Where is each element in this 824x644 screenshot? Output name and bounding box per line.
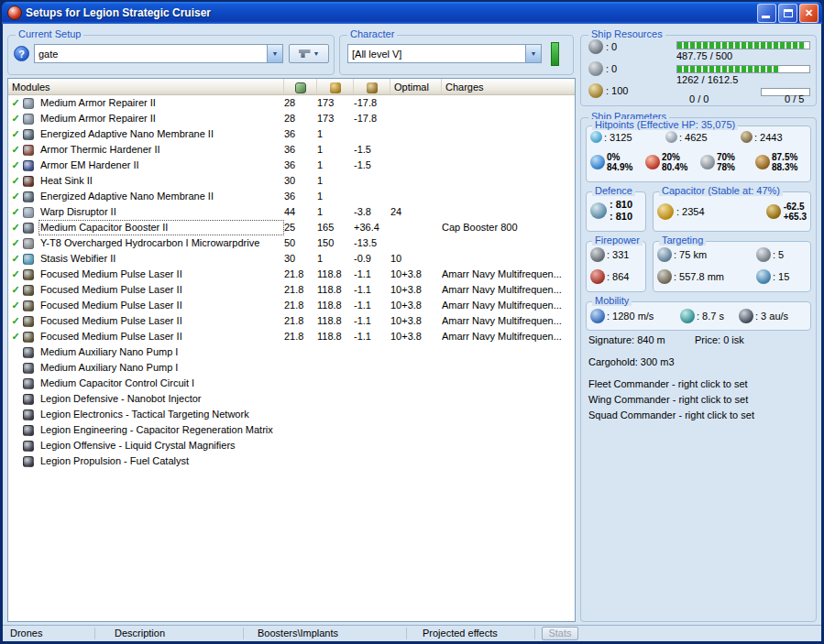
module-name: Medium Auxiliary Nano Pump I [38,344,284,360]
module-cap-value: -1.5 [354,158,390,173]
powergrid-column-header[interactable] [317,79,354,94]
cpu-column-icon [295,82,306,93]
module-cap-value: -13.5 [354,235,390,251]
setup-tools-button[interactable]: ▼ [289,44,329,63]
charges-column-header[interactable]: Charges [442,79,575,94]
module-optimal-value: 10+3.8 [390,329,442,344]
module-optimal-value: 10+3.8 [390,298,442,313]
module-optimal-value: 10+3.8 [390,282,442,298]
thermal-shield-resist: 20% [662,152,687,162]
app-icon [7,5,22,20]
optimal-column-header[interactable]: Optimal [390,79,442,94]
module-row[interactable]: ✓ Medium Capacitor Booster II 25 165 +36… [8,220,575,235]
module-row[interactable]: Legion Offensive - Liquid Crystal Magnif… [8,438,575,453]
module-row[interactable]: ✓ Focused Medium Pulse Laser II 21.8 118… [8,267,575,282]
module-name: Legion Engineering - Capacitor Regenerat… [38,422,284,438]
help-button[interactable]: ? [14,46,29,61]
current-setup-group: Current Setup ? gate ▼ ▼ [7,35,335,75]
ship-resources-label: Ship Resources [588,28,665,39]
module-name: Focused Medium Pulse Laser II [38,298,284,313]
modules-column-header[interactable]: Modules [8,79,284,94]
module-charge-value: Amarr Navy Multifrequen... [442,313,575,329]
sensor-strength-icon [756,269,771,284]
fitted-check-icon: ✓ [8,220,23,235]
tab-boosters-implants[interactable]: Boosters\Implants [258,628,338,639]
module-row[interactable]: ✓ Y-T8 Overcharged Hydrocarbon I Microwa… [8,235,575,251]
firepower-box: Firepower : 331 : 864 [586,241,646,292]
module-row[interactable]: ✓ Focused Medium Pulse Laser II 21.8 118… [8,313,575,329]
module-row[interactable]: ✓ Focused Medium Pulse Laser II 21.8 118… [8,282,575,298]
module-row[interactable]: ✓ Armor EM Hardener II 36 1 -1.5 [8,158,575,173]
armor-hp-icon [665,131,677,143]
minimize-icon [762,16,770,18]
tab-projected-effects[interactable]: Projected effects [423,628,498,639]
capacitor-column-header[interactable] [354,79,390,94]
module-icon [23,129,34,140]
module-row[interactable]: ✓ Armor Thermic Hardener II 36 1 -1.5 [8,142,575,158]
tab-description[interactable]: Description [115,628,165,639]
module-row[interactable]: Medium Auxiliary Nano Pump I [8,360,575,376]
module-name: Legion Propulsion - Fuel Catalyst [38,453,284,469]
shield-hp-icon [590,131,602,143]
minimize-button[interactable] [757,4,776,23]
character-select[interactable]: [All level V] ▼ [347,44,542,63]
kinetic-armor-resist: 78% [717,162,735,172]
module-row[interactable]: ✓ Warp Disruptor II 44 1 -3.8 24 [8,204,575,220]
squad-commander-text[interactable]: Squad Commander - right click to set [588,409,754,420]
tab-drones[interactable]: Drones [10,628,42,639]
module-optimal-value: 10 [390,251,442,267]
fitted-check-icon: ✓ [8,204,23,220]
module-cpu-value: 36 [284,189,317,204]
module-icon [23,176,34,187]
module-row[interactable]: Legion Electronics - Tactical Targeting … [8,407,575,422]
fitted-check-icon: ✓ [8,142,23,158]
module-row[interactable]: ✓ Focused Medium Pulse Laser II 21.8 118… [8,329,575,344]
cpu-column-header[interactable] [284,79,317,94]
module-row[interactable]: ✓ Heat Sink II 30 1 [8,173,575,189]
structure-hp-icon [741,131,753,143]
module-row[interactable]: ✓ Energized Adaptive Nano Membrane II 36… [8,126,575,142]
stats-button[interactable]: Stats [542,627,578,640]
module-name: Heat Sink II [38,173,284,189]
module-powergrid-value: 118.8 [317,298,354,313]
cpu-bar [676,41,810,49]
em-shield-resist: 0% [607,152,632,162]
max-velocity-icon [590,309,605,323]
fitted-check-icon: ✓ [8,158,23,173]
current-setup-label: Current Setup [16,28,83,39]
powergrid-bar [676,65,810,73]
module-cap-value: -1.1 [354,298,390,313]
module-row[interactable]: ✓ Energized Adaptive Nano Membrane II 36… [8,189,575,204]
module-cap-value: +36.4 [354,220,390,235]
module-charge-value: Amarr Navy Multifrequen... [442,282,575,298]
titlebar[interactable]: Setups for Legion Strategic Cruiser ✕ [2,2,822,24]
module-row[interactable]: Medium Auxiliary Nano Pump I [8,344,575,360]
module-icon [23,160,34,171]
fitted-check-icon: ✓ [8,95,23,111]
launcher-hardpoints-value: : 0 [606,63,617,74]
module-row[interactable]: Legion Defensive - Nanobot Injector [8,391,575,407]
module-name: Focused Medium Pulse Laser II [38,267,284,282]
maximize-button[interactable] [778,4,797,23]
module-row[interactable]: ✓ Stasis Webifier II 30 1 -0.9 10 [8,251,575,267]
module-row[interactable]: Medium Capacitor Control Circuit I [8,376,575,391]
module-row[interactable]: Legion Engineering - Capacitor Regenerat… [8,422,575,438]
module-row[interactable]: Legion Propulsion - Fuel Catalyst [8,453,575,469]
module-row[interactable]: ✓ Medium Armor Repairer II 28 173 -17.8 [8,95,575,111]
close-button[interactable]: ✕ [799,4,819,23]
character-select-value: [All level V] [348,49,525,60]
module-row[interactable]: ✓ Medium Armor Repairer II 28 173 -17.8 [8,111,575,126]
wing-commander-text[interactable]: Wing Commander - right click to set [588,394,748,405]
defence-label: Defence [592,185,635,196]
character-dropdown-arrow-icon[interactable]: ▼ [525,45,541,62]
module-row[interactable]: ✓ Focused Medium Pulse Laser II 21.8 118… [8,298,575,313]
setup-select[interactable]: gate ▼ [34,44,283,63]
structure-hp-value: : 2443 [754,132,783,143]
fitted-check-icon: ✓ [8,111,23,126]
firepower-label: Firepower [592,235,643,246]
align-time-value: : 8.7 s [697,311,724,322]
setup-tools-arrow-icon: ▼ [313,50,320,57]
setup-dropdown-arrow-icon[interactable]: ▼ [267,45,282,62]
module-cpu-value: 44 [284,204,317,220]
fleet-commander-text[interactable]: Fleet Commander - right click to set [588,378,748,389]
